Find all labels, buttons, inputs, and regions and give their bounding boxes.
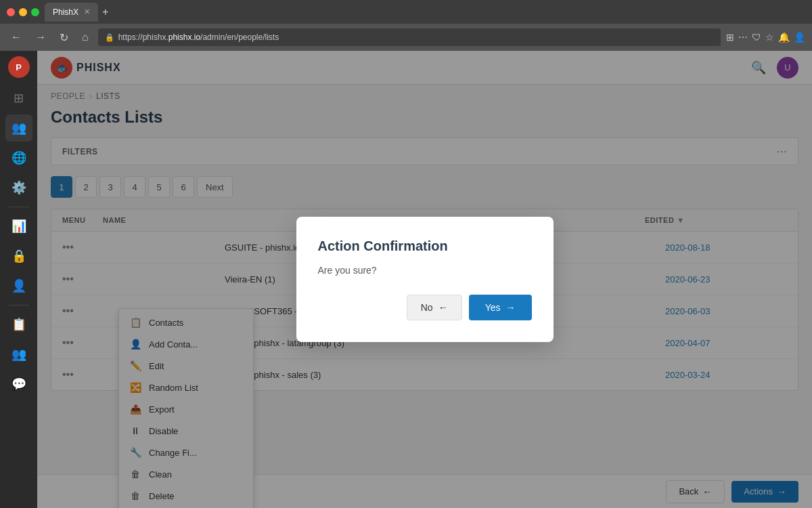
profile-icon[interactable]: 👤 — [794, 32, 805, 43]
modal-no-button[interactable]: No ← — [407, 295, 462, 320]
home-button[interactable]: ⌂ — [78, 28, 93, 46]
main-content: 🐟 PHISHX 🔍 U PEOPLE › LISTS Contacts Lis… — [37, 51, 812, 508]
sidebar-item-globe[interactable]: 🌐 — [5, 144, 32, 171]
sidebar-item-settings[interactable]: ⚙️ — [5, 174, 32, 201]
browser-tab-active[interactable]: PhishX ✕ — [45, 3, 98, 22]
sidebar-item-contacts[interactable]: 👥 — [5, 114, 32, 142]
modal-actions: No ← Yes → — [318, 295, 532, 320]
app-logo: P — [8, 56, 30, 78]
no-arrow-icon: ← — [438, 302, 448, 313]
modal-overlay: Action Confirmation Are you sure? No ← Y… — [37, 51, 812, 508]
new-tab-button[interactable]: + — [98, 6, 112, 18]
sidebar-item-reports[interactable]: 📊 — [5, 213, 32, 240]
sidebar-item-profile[interactable]: 👤 — [5, 272, 32, 299]
close-window-button[interactable] — [7, 8, 15, 16]
address-bar[interactable]: 🔒 https://phishx.phishx.io/admin/en/peop… — [98, 28, 721, 46]
sidebar: P ⊞ 👥 🌐 ⚙️ 📊 🔒 👤 📋 👥 💬 — [0, 51, 37, 508]
modal-title: Action Confirmation — [318, 238, 532, 254]
back-button[interactable]: ← — [7, 28, 26, 46]
sidebar-item-dashboard[interactable]: ⊞ — [5, 85, 32, 112]
sidebar-separator-2 — [9, 305, 29, 305]
sidebar-item-messages[interactable]: 💬 — [5, 371, 32, 398]
traffic-lights — [7, 8, 39, 16]
menu-icon[interactable]: ⋯ — [738, 32, 748, 43]
maximize-window-button[interactable] — [31, 8, 39, 16]
app-container: P ⊞ 👥 🌐 ⚙️ 📊 🔒 👤 📋 👥 💬 🐟 PHISHX — [0, 51, 812, 508]
minimize-window-button[interactable] — [19, 8, 27, 16]
no-label: No — [421, 302, 433, 313]
sidebar-item-security[interactable]: 🔒 — [5, 242, 32, 270]
extensions-icon[interactable]: ⊞ — [726, 32, 734, 43]
modal-yes-button[interactable]: Yes → — [469, 295, 532, 320]
sidebar-item-teams[interactable]: 👥 — [5, 341, 32, 368]
confirmation-modal: Action Confirmation Are you sure? No ← Y… — [296, 217, 554, 342]
tab-close-button[interactable]: ✕ — [84, 7, 90, 16]
refresh-button[interactable]: ↻ — [55, 28, 72, 47]
shield-icon[interactable]: 🛡 — [752, 32, 761, 43]
yes-label: Yes — [485, 302, 501, 313]
sidebar-separator — [9, 207, 29, 207]
notification-icon[interactable]: 🔔 — [778, 32, 790, 43]
lock-icon: 🔒 — [105, 33, 114, 42]
navigation-bar: ← → ↻ ⌂ 🔒 https://phishx.phishx.io/admin… — [0, 24, 812, 51]
tab-title: PhishX — [53, 7, 78, 17]
url-display: https://phishx.phishx.io/admin/en/people… — [118, 33, 279, 42]
star-icon[interactable]: ☆ — [765, 32, 774, 43]
sidebar-item-lists[interactable]: 📋 — [5, 311, 32, 338]
modal-body: Are you sure? — [318, 265, 532, 276]
forward-button[interactable]: → — [31, 28, 50, 46]
yes-arrow-icon: → — [506, 302, 516, 313]
browser-chrome: PhishX ✕ + — [0, 0, 812, 24]
nav-icons: ⊞ ⋯ 🛡 ☆ 🔔 👤 — [726, 32, 805, 43]
